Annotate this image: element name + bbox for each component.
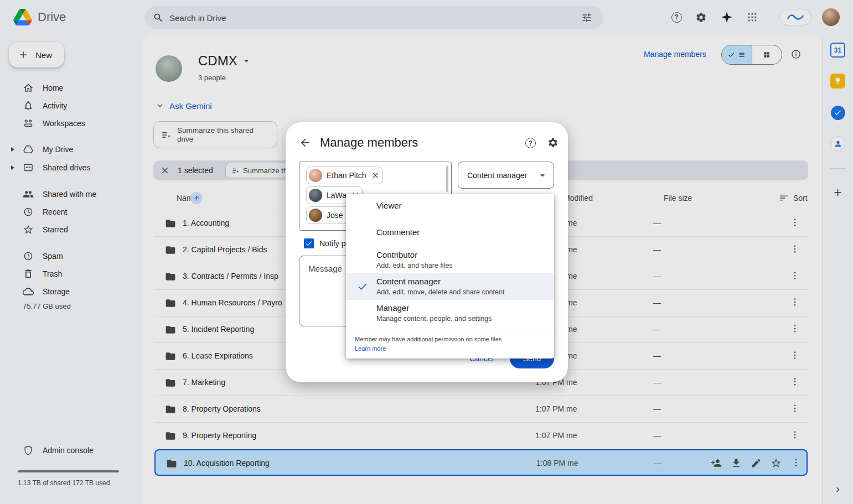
role-option-label: Content manager [376, 277, 441, 286]
recipient-chip[interactable]: Ethan Pitch [306, 167, 382, 184]
role-menu: Viewer Commenter Contributor Add, edit, … [346, 194, 554, 358]
role-option-content-manager[interactable]: Content manager Add, edit, move, delete … [346, 273, 554, 300]
role-option-description: Add, edit, move, delete and share conten… [376, 288, 504, 296]
notify-checkbox[interactable] [304, 238, 314, 248]
role-option-viewer[interactable]: Viewer [346, 194, 554, 220]
menu-divider [346, 331, 554, 331]
back-arrow-icon[interactable] [299, 137, 311, 149]
role-option-manager[interactable]: Manager Manage content, people, and sett… [346, 300, 554, 326]
chip-name: LaWa [327, 191, 347, 200]
role-option-description: Manage content, people, and settings [376, 315, 492, 323]
role-selector-value: Content manager [467, 171, 527, 180]
menu-footer-note: Member may have additional permission on… [355, 336, 502, 342]
learn-more-link[interactable]: Learn more [355, 345, 386, 352]
role-option-label: Manager [376, 303, 409, 313]
role-option-contributor[interactable]: Contributor Add, edit, and share files [346, 247, 554, 273]
chip-name: Jose [327, 211, 343, 220]
dropdown-caret-icon [537, 170, 548, 181]
chip-avatar [309, 209, 322, 222]
role-option-label: Contributor [376, 250, 417, 259]
help-icon[interactable]: ? [525, 138, 536, 148]
chip-remove-icon[interactable] [371, 171, 380, 180]
dialog-title: Manage members [320, 136, 418, 150]
check-icon [357, 281, 368, 292]
role-option-label: Viewer [376, 201, 402, 210]
role-option-label: Commenter [376, 227, 420, 237]
role-selector-dropdown[interactable]: Content manager [458, 162, 554, 189]
chip-avatar [309, 189, 322, 202]
scrollbar-thumb[interactable] [446, 165, 448, 192]
role-option-commenter[interactable]: Commenter [346, 220, 554, 247]
settings-gear-icon[interactable] [547, 137, 559, 148]
role-option-description: Add, edit, and share files [376, 262, 453, 269]
chip-avatar [309, 169, 322, 182]
chip-name: Ethan Pitch [327, 171, 366, 180]
